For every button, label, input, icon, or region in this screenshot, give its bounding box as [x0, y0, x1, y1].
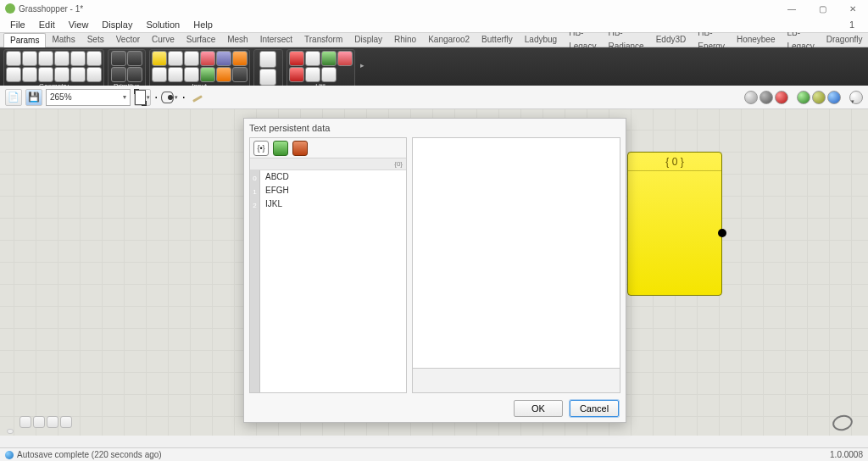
- add-item-button[interactable]: [273, 141, 288, 156]
- close-button[interactable]: ✕: [837, 0, 868, 17]
- dialog-text-editor[interactable]: [412, 137, 620, 393]
- tab-params[interactable]: Params: [3, 33, 46, 47]
- doc-preview-icon[interactable]: [827, 91, 841, 104]
- param-icon[interactable]: [216, 67, 231, 82]
- menu-edit[interactable]: Edit: [32, 19, 62, 30]
- param-icon[interactable]: [168, 51, 183, 66]
- cherry-icon[interactable]: [289, 51, 304, 66]
- ribbon-overflow-button[interactable]: ▸: [359, 49, 367, 81]
- open-doc-count[interactable]: 1: [843, 19, 861, 30]
- param-icon[interactable]: [200, 67, 215, 82]
- tab-maths[interactable]: Maths: [46, 33, 81, 47]
- pencil-icon: [190, 90, 205, 105]
- param-icon[interactable]: [6, 51, 21, 66]
- row-index: 0: [250, 172, 259, 186]
- category-tabs: Params Maths Sets Vector Curve Surface M…: [0, 32, 868, 47]
- path-header[interactable]: {0}: [250, 158, 406, 170]
- param-icon[interactable]: [232, 51, 248, 66]
- open-file-button[interactable]: 📄: [5, 89, 22, 106]
- zoom-extents-icon: [135, 90, 146, 105]
- param-icon[interactable]: [38, 67, 53, 82]
- cancel-button[interactable]: Cancel: [570, 400, 619, 417]
- tab-display[interactable]: Display: [348, 33, 388, 47]
- canvas-toolbar: 📄 💾 265% · ·: [0, 86, 868, 109]
- save-file-button[interactable]: 💾: [25, 89, 42, 106]
- maximize-button[interactable]: ▢: [807, 0, 837, 17]
- zoom-extents-button[interactable]: [134, 89, 151, 106]
- tab-honeybee[interactable]: Honeybee: [731, 33, 782, 47]
- data-rows: ABCD EFGH IJKL: [260, 170, 406, 392]
- param-icon[interactable]: [152, 51, 167, 66]
- version-label: 1.0.0008: [830, 450, 863, 459]
- tab-eddy3d[interactable]: Eddy3D: [650, 33, 693, 47]
- param-icon[interactable]: [305, 67, 320, 82]
- param-icon[interactable]: [111, 51, 126, 66]
- param-icon[interactable]: [184, 51, 199, 66]
- tab-vector[interactable]: Vector: [110, 33, 146, 47]
- param-icon[interactable]: [70, 51, 86, 66]
- tab-sets[interactable]: Sets: [81, 33, 110, 47]
- param-icon[interactable]: [168, 67, 183, 82]
- tab-kangaroo2[interactable]: Kangaroo2: [422, 33, 476, 47]
- cherry-icon[interactable]: [289, 67, 304, 82]
- preview-wire-icon[interactable]: [760, 91, 773, 104]
- param-icon[interactable]: [216, 51, 231, 66]
- list-item[interactable]: IJKL: [260, 197, 406, 211]
- menu-help[interactable]: Help: [186, 19, 220, 30]
- param-icon[interactable]: [259, 69, 276, 86]
- param-icon[interactable]: [200, 51, 215, 66]
- preview-mesh-icon[interactable]: [812, 91, 826, 104]
- param-icon[interactable]: [111, 67, 126, 82]
- menu-display[interactable]: Display: [95, 19, 139, 30]
- tab-butterfly[interactable]: Butterfly: [476, 33, 519, 47]
- tab-rhino[interactable]: Rhino: [388, 33, 422, 47]
- param-icon[interactable]: [70, 67, 86, 82]
- tab-surface[interactable]: Surface: [181, 33, 221, 47]
- param-icon[interactable]: [152, 67, 167, 82]
- param-icon[interactable]: [6, 67, 21, 82]
- list-item[interactable]: ABCD: [260, 170, 406, 184]
- menu-file[interactable]: File: [3, 19, 32, 30]
- param-icon[interactable]: [127, 51, 142, 66]
- menu-solution[interactable]: Solution: [139, 19, 186, 30]
- canvas[interactable]: { 0 } Text persistent data {0}: [0, 109, 868, 436]
- preview-toggle[interactable]: [161, 89, 178, 106]
- param-icon[interactable]: [259, 51, 276, 68]
- statusbar: Autosave complete (220 seconds ago) 1.0.…: [0, 447, 868, 461]
- preview-settings-icon[interactable]: [849, 91, 863, 104]
- param-icon[interactable]: [232, 67, 248, 82]
- param-icon[interactable]: [305, 51, 320, 66]
- delete-item-button[interactable]: [292, 141, 308, 156]
- dialog-layer: Text persistent data {0} 0 1 2: [0, 109, 868, 436]
- param-icon[interactable]: [54, 51, 70, 66]
- tab-transform[interactable]: Transform: [298, 33, 348, 47]
- minimize-button[interactable]: —: [776, 0, 807, 17]
- ok-button[interactable]: OK: [514, 400, 563, 417]
- canvas-toolbar-right: [744, 91, 863, 104]
- list-item[interactable]: EFGH: [260, 184, 406, 197]
- preview-shaded-icon[interactable]: [775, 91, 788, 104]
- param-icon[interactable]: [86, 51, 102, 66]
- param-icon[interactable]: [321, 51, 337, 66]
- sketch-button[interactable]: [189, 89, 206, 106]
- param-icon[interactable]: [127, 67, 142, 82]
- param-icon[interactable]: [321, 67, 337, 82]
- tab-ladybug[interactable]: Ladybug: [519, 33, 563, 47]
- flask-icon[interactable]: [337, 51, 353, 66]
- selected-preview-icon[interactable]: [797, 91, 810, 104]
- param-icon[interactable]: [86, 67, 102, 82]
- param-icon[interactable]: [38, 51, 53, 66]
- param-icon[interactable]: [54, 67, 70, 82]
- data-tree-icon[interactable]: [253, 141, 269, 156]
- tab-dragonfly[interactable]: Dragonfly: [821, 33, 868, 47]
- tab-curve[interactable]: Curve: [146, 33, 181, 47]
- param-icon[interactable]: [22, 51, 37, 66]
- zoom-select[interactable]: 265%: [46, 89, 131, 106]
- menu-view[interactable]: View: [62, 19, 96, 30]
- tab-intersect[interactable]: Intersect: [254, 33, 298, 47]
- param-icon[interactable]: [22, 67, 37, 82]
- tab-mesh[interactable]: Mesh: [221, 33, 253, 47]
- preview-off-icon[interactable]: [744, 91, 758, 104]
- status-dot-icon: [5, 451, 14, 459]
- param-icon[interactable]: [184, 67, 199, 82]
